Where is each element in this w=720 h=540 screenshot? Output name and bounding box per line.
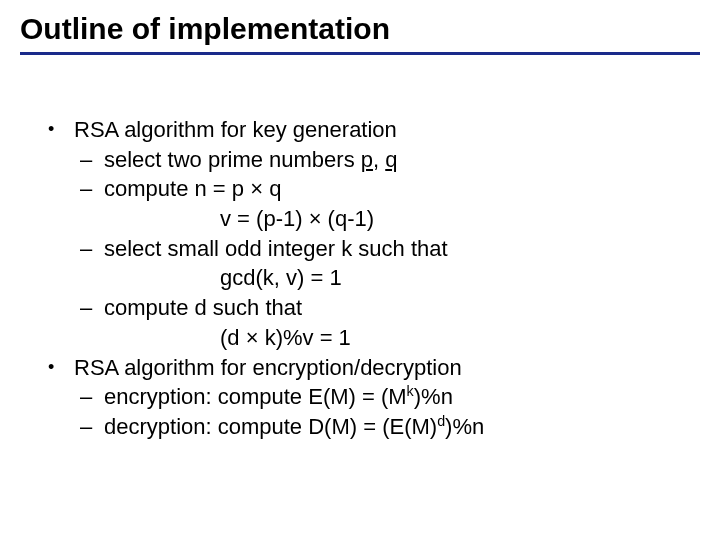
- text-run: decryption: compute D(M) = (E(M): [104, 414, 437, 439]
- sub-bullet-text: select two prime numbers p, q: [104, 145, 398, 175]
- slide-content: • RSA algorithm for key generation – sel…: [20, 115, 700, 442]
- sub-bullet-text: encryption: compute E(M) = (Mk)%n: [104, 382, 453, 412]
- bullet-text: RSA algorithm for encryption/decryption: [74, 353, 462, 383]
- text-run: encryption: compute E(M) = (M: [104, 384, 407, 409]
- dash-icon: –: [80, 412, 104, 442]
- text-run: )%n: [414, 384, 453, 409]
- superscript-d: d: [437, 413, 445, 429]
- times-icon: ×: [309, 206, 322, 231]
- dash-icon: –: [80, 174, 104, 204]
- variable-q: q: [385, 147, 397, 172]
- superscript-k: k: [407, 383, 414, 399]
- dash-icon: –: [80, 145, 104, 175]
- continuation-line: (d × k)%v = 1: [48, 323, 700, 353]
- dash-icon: –: [80, 382, 104, 412]
- text-run: v = (p-1): [220, 206, 309, 231]
- list-item: – select two prime numbers p, q: [48, 145, 700, 175]
- bullet-icon: •: [48, 115, 74, 143]
- slide-title: Outline of implementation: [20, 12, 700, 46]
- list-item: – decryption: compute D(M) = (E(M)d)%n: [48, 412, 700, 442]
- continuation-line: v = (p-1) × (q-1): [48, 204, 700, 234]
- list-item: – compute d such that: [48, 293, 700, 323]
- text-run: select two prime numbers: [104, 147, 361, 172]
- title-rule: [20, 52, 700, 55]
- text-run: k)%v = 1: [259, 325, 351, 350]
- continuation-line: gcd(k, v) = 1: [48, 263, 700, 293]
- text-run: )%n: [445, 414, 484, 439]
- times-icon: ×: [246, 325, 259, 350]
- text-run: compute n = p: [104, 176, 250, 201]
- text-run: (d: [220, 325, 246, 350]
- sub-bullet-text: compute d such that: [104, 293, 302, 323]
- variable-p: p: [361, 147, 373, 172]
- list-item: – compute n = p × q: [48, 174, 700, 204]
- list-item: • RSA algorithm for encryption/decryptio…: [48, 353, 700, 383]
- list-item: – encryption: compute E(M) = (Mk)%n: [48, 382, 700, 412]
- sub-bullet-text: compute n = p × q: [104, 174, 281, 204]
- bullet-icon: •: [48, 353, 74, 381]
- text-run: (q-1): [322, 206, 375, 231]
- dash-icon: –: [80, 234, 104, 264]
- text-run: q: [263, 176, 281, 201]
- list-item: • RSA algorithm for key generation: [48, 115, 700, 145]
- dash-icon: –: [80, 293, 104, 323]
- bullet-text: RSA algorithm for key generation: [74, 115, 397, 145]
- slide: Outline of implementation • RSA algorith…: [0, 0, 720, 540]
- text-run: ,: [373, 147, 385, 172]
- list-item: – select small odd integer k such that: [48, 234, 700, 264]
- times-icon: ×: [250, 176, 263, 201]
- sub-bullet-text: select small odd integer k such that: [104, 234, 448, 264]
- sub-bullet-text: decryption: compute D(M) = (E(M)d)%n: [104, 412, 484, 442]
